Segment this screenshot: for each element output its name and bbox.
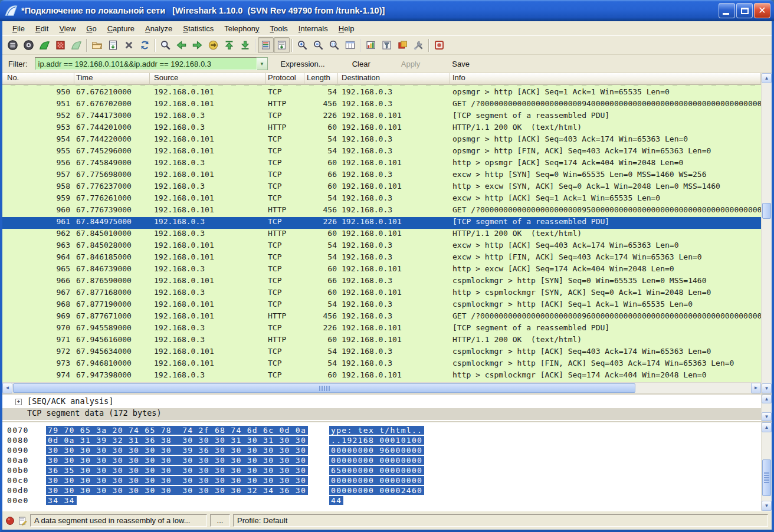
go-to-top-button[interactable]	[221, 37, 237, 53]
menu-view[interactable]: View	[54, 22, 81, 35]
menu-file[interactable]: File	[7, 22, 30, 35]
hex-line[interactable]: 007079 70 65 3a 20 74 65 78 74 2f 68 74 …	[2, 426, 761, 436]
column-header-destination[interactable]: Destination	[338, 73, 450, 85]
expander-plus-icon[interactable]: +	[15, 399, 22, 405]
vertical-scroll-track[interactable]	[762, 83, 772, 383]
scroll-down-button[interactable]: ▼	[762, 383, 772, 393]
packet-row[interactable]: 96367.845028000192.168.0.101TCP54192.168…	[2, 241, 761, 252]
capture-options-button[interactable]	[21, 37, 37, 53]
go-to-bottom-button[interactable]	[237, 37, 253, 53]
hex-line[interactable]: 009030 30 30 30 30 30 30 30 39 36 30 30 …	[2, 446, 761, 456]
save-file-button[interactable]	[105, 37, 121, 53]
zoom-actual-button[interactable]: 1:1	[326, 37, 342, 53]
open-file-button[interactable]	[89, 37, 105, 53]
go-to-packet-button[interactable]	[205, 37, 221, 53]
packet-row[interactable]: 96167.844975000192.168.0.3TCP226192.168.…	[2, 217, 761, 229]
find-packet-button[interactable]	[158, 37, 173, 53]
capture-comment-icon[interactable]	[18, 516, 27, 526]
packet-row[interactable]: 96267.845010000192.168.0.3HTTP60192.168.…	[2, 229, 761, 241]
scroll-up-button[interactable]: ▲	[762, 73, 772, 83]
zoom-in-button[interactable]	[294, 37, 310, 53]
hex-line[interactable]: 00e034 3444	[2, 496, 761, 506]
menu-internals[interactable]: Internals	[293, 22, 333, 35]
column-header-info[interactable]: Info	[450, 73, 761, 85]
close-file-button[interactable]	[121, 37, 137, 53]
filter-input[interactable]	[35, 57, 257, 70]
details-scroll-track[interactable]	[762, 403, 772, 412]
menu-telephony[interactable]: Telephony	[219, 22, 264, 35]
packet-row[interactable]: 96967.877671000192.168.0.101HTTP456192.1…	[2, 311, 761, 323]
start-capture-button[interactable]	[37, 37, 53, 53]
packet-row[interactable]: 97367.946810000192.168.0.101TCP54192.168…	[2, 359, 761, 370]
minimize-button[interactable]	[719, 3, 735, 18]
go-back-button[interactable]	[173, 37, 189, 53]
stop-capture-button[interactable]	[53, 37, 68, 53]
packet-row[interactable]: 95467.744220000192.168.0.101TCP54192.168…	[2, 134, 761, 146]
menu-analyze[interactable]: Analyze	[140, 22, 178, 35]
scroll-left-button[interactable]: ◄	[2, 383, 12, 393]
packet-row[interactable]: 96767.877168000192.168.0.3TCP60192.168.0…	[2, 288, 761, 300]
list-interfaces-button[interactable]	[5, 37, 21, 53]
column-header-time[interactable]: Time	[74, 73, 150, 85]
vertical-scroll-thumb[interactable]	[762, 203, 771, 219]
packet-row[interactable]: 95767.775698000192.168.0.101TCP66192.168…	[2, 170, 761, 182]
hex-scroll-up-button[interactable]: ▲	[762, 422, 772, 432]
packet-row[interactable]: 96467.846185000192.168.0.101TCP54192.168…	[2, 252, 761, 264]
preferences-button[interactable]	[411, 37, 427, 53]
wireshark-shark-fin-icon[interactable]	[5, 4, 18, 17]
status-ellipsis[interactable]: ...	[210, 514, 230, 527]
column-header-length[interactable]: Length	[304, 73, 338, 85]
hex-line[interactable]: 00a030 30 30 30 30 30 30 30 30 30 30 30 …	[2, 456, 761, 466]
packet-row[interactable]: 96067.776739000192.168.0.101HTTP456192.1…	[2, 205, 761, 217]
packet-row[interactable]: 95367.744201000192.168.0.3HTTP60192.168.…	[2, 123, 761, 134]
hex-scroll-thumb[interactable]	[762, 459, 771, 496]
close-button[interactable]: ✕	[754, 3, 770, 18]
status-profile[interactable]: Profile: Default	[233, 514, 768, 527]
hex-line[interactable]: 00b036 35 30 30 30 30 30 30 30 30 30 30 …	[2, 466, 761, 476]
resize-columns-button[interactable]	[342, 37, 358, 53]
menu-statistics[interactable]: Statistics	[178, 22, 219, 35]
column-header-source[interactable]: Source	[150, 73, 266, 85]
apply-button[interactable]: Apply	[396, 58, 425, 70]
menu-capture[interactable]: Capture	[102, 22, 140, 35]
detail-line[interactable]: +[SEQ/ACK analysis]	[2, 396, 761, 408]
packet-row[interactable]: 95067.676210000192.168.0.101TCP54192.168…	[2, 87, 761, 99]
display-filters-button[interactable]	[379, 37, 395, 53]
column-header-protocol[interactable]: Protocol	[266, 73, 304, 85]
details-scroll-up-button[interactable]: ▲	[762, 395, 772, 403]
packet-row[interactable]: 95267.744173000192.168.0.3TCP226192.168.…	[2, 111, 761, 123]
packet-row[interactable]: 97067.945589000192.168.0.3TCP226192.168.…	[2, 323, 761, 335]
filter-dropdown-button[interactable]: ▼	[257, 57, 268, 70]
filter-label[interactable]: Filter:	[8, 60, 28, 68]
coloring-edit-button[interactable]	[395, 37, 411, 53]
colorize-toggle-button[interactable]	[258, 37, 274, 53]
packet-row[interactable]: 97167.945616000192.168.0.3HTTP60192.168.…	[2, 335, 761, 347]
packet-row[interactable]: 97267.945634000192.168.0.101TCP54192.168…	[2, 347, 761, 359]
clear-button[interactable]: Clear	[347, 58, 375, 70]
scroll-right-button[interactable]: ►	[751, 383, 761, 393]
hex-line[interactable]: 00c030 30 30 30 30 30 30 30 30 30 30 30 …	[2, 476, 761, 486]
hex-line[interactable]: 00d030 30 30 30 30 30 30 30 30 30 30 30 …	[2, 486, 761, 496]
menu-go[interactable]: Go	[81, 22, 101, 35]
zoom-out-button[interactable]	[310, 37, 326, 53]
details-scroll-down-button[interactable]: ▼	[762, 412, 772, 421]
menu-tools[interactable]: Tools	[265, 22, 293, 35]
packet-row[interactable]: 95167.676702000192.168.0.101HTTP456192.1…	[2, 99, 761, 111]
expression-button[interactable]: Expression...	[276, 58, 330, 70]
menu-edit[interactable]: Edit	[30, 22, 54, 35]
packet-row[interactable]: 97467.947398000192.168.0.3TCP60192.168.0…	[2, 370, 761, 382]
packet-row[interactable]: 95567.745296000192.168.0.101TCP54192.168…	[2, 146, 761, 158]
save-filter-button[interactable]: Save	[447, 58, 474, 70]
horizontal-scroll-thumb[interactable]	[13, 383, 635, 393]
packet-row[interactable]: 96567.846739000192.168.0.3TCP60192.168.0…	[2, 264, 761, 276]
hex-line[interactable]: 00800d 0a 31 39 32 31 36 38 30 30 30 31 …	[2, 436, 761, 446]
packet-row[interactable]: 95967.776261000192.168.0.101TCP54192.168…	[2, 193, 761, 205]
go-forward-button[interactable]	[189, 37, 205, 53]
hex-scroll-track[interactable]	[762, 432, 772, 501]
detail-line[interactable]: TCP segment data (172 bytes)	[2, 408, 761, 420]
packet-row[interactable]: 95667.745849000192.168.0.3TCP60192.168.0…	[2, 158, 761, 170]
reload-file-button[interactable]	[137, 37, 153, 53]
horizontal-scroll-track[interactable]	[12, 383, 751, 393]
autoscroll-toggle-button[interactable]	[274, 37, 290, 53]
column-header-no[interactable]: No.	[2, 73, 74, 85]
